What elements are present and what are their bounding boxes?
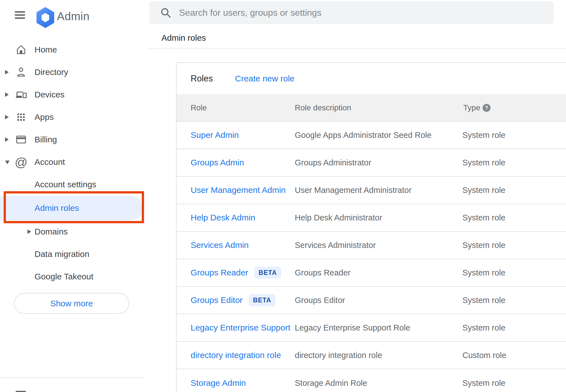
role-link[interactable]: Groups Reader xyxy=(191,268,248,277)
sidebar-item-data-migration[interactable]: Data migration xyxy=(0,243,143,265)
search-bar[interactable] xyxy=(149,1,554,24)
header-divider xyxy=(149,48,566,49)
role-cell: directory integration roleBETA xyxy=(191,350,281,360)
create-new-role-link[interactable]: Create new role xyxy=(235,74,295,83)
table-row: Super AdminBETAGoogle Apps Administrator… xyxy=(177,122,566,149)
roles-table-body: Super AdminBETAGoogle Apps Administrator… xyxy=(177,122,566,392)
sidebar-item-devices[interactable]: Devices xyxy=(0,83,143,106)
roles-card: Roles Create new role Role Role descript… xyxy=(176,62,566,392)
roles-card-header: Roles Create new role xyxy=(177,63,566,94)
table-column-header: Role Role description Type ? xyxy=(177,94,566,122)
breadcrumb: Admin roles xyxy=(161,33,206,43)
role-cell: Storage AdminBETA xyxy=(191,378,246,388)
role-cell: Help Desk AdminBETA xyxy=(191,213,255,222)
beta-badge: BETA xyxy=(249,294,275,306)
sidebar-item-directory[interactable]: Directory xyxy=(0,61,143,83)
table-row: Groups AdminBETAGroups AdministratorSyst… xyxy=(177,149,566,177)
role-link[interactable]: Groups Admin xyxy=(191,158,244,167)
sidebar-item-label: Google Takeout xyxy=(35,272,93,281)
role-link[interactable]: Services Admin xyxy=(191,240,249,250)
table-row: Help Desk AdminBETAHelp Desk Administrat… xyxy=(177,204,566,232)
role-type-cell: System role xyxy=(462,296,505,305)
sidebar-item-google-takeout[interactable]: Google Takeout xyxy=(0,265,143,288)
role-type-cell: System role xyxy=(462,268,505,277)
role-cell: User Management AdminBETA xyxy=(191,185,286,195)
logo-product-name: Admin xyxy=(57,10,90,23)
role-link[interactable]: Groups Editor xyxy=(191,295,243,305)
chevron-right-icon[interactable] xyxy=(5,70,9,74)
role-link[interactable]: User Management Admin xyxy=(191,185,286,195)
role-link[interactable]: Help Desk Admin xyxy=(191,213,255,222)
table-row: User Management AdminBETAUser Management… xyxy=(177,177,566,204)
apps-grid-icon xyxy=(15,111,28,124)
sidebar-item-label: Devices xyxy=(35,90,65,99)
role-link[interactable]: Storage Admin xyxy=(191,378,246,388)
sidebar-item-admin-roles[interactable]: Admin roles xyxy=(0,196,143,220)
sidebar-item-label: Domains xyxy=(35,227,68,236)
role-type-cell: System role xyxy=(462,323,505,332)
role-type-cell: Custom role xyxy=(462,351,506,360)
role-type-cell: System role xyxy=(462,379,505,388)
role-cell: Services AdminBETA xyxy=(191,240,249,250)
role-description-cell: Groups Editor xyxy=(295,296,345,305)
column-header-type: Type xyxy=(463,103,480,112)
table-row: Groups ReaderBETAGroups ReaderSystem rol… xyxy=(177,259,566,287)
sidebar-item-label: Account settings xyxy=(35,180,96,189)
role-link[interactable]: Legacy Enterprise Support xyxy=(191,323,290,332)
home-icon xyxy=(15,43,28,56)
sidebar-item-billing[interactable]: Billing xyxy=(0,128,143,151)
sidebar-item-label: Data migration xyxy=(35,249,89,259)
sidebar-item-label: Billing xyxy=(35,135,57,144)
column-header-description: Role description xyxy=(295,103,351,112)
role-cell: Groups AdminBETA xyxy=(191,158,244,167)
help-icon[interactable]: ? xyxy=(483,104,490,112)
chevron-right-icon[interactable] xyxy=(5,137,9,142)
sidebar-item-home[interactable]: Home xyxy=(0,38,143,61)
role-link[interactable]: directory integration role xyxy=(191,350,281,360)
chevron-down-icon[interactable] xyxy=(5,161,10,164)
role-link[interactable]: Super Admin xyxy=(191,130,239,140)
role-description-cell: Storage Admin Role xyxy=(295,379,367,388)
sidebar-bottom-divider xyxy=(0,377,143,378)
sidebar-item-apps[interactable]: Apps xyxy=(0,106,143,128)
role-type-cell: System role xyxy=(462,213,505,222)
chevron-right-icon[interactable] xyxy=(5,115,9,119)
role-cell: Super AdminBETA xyxy=(191,130,239,140)
role-description-cell: Legacy Enterprise Support Role xyxy=(295,323,410,332)
role-type-cell: System role xyxy=(462,186,505,195)
sidebar-item-domains[interactable]: Domains xyxy=(0,220,143,243)
admin-console-screen: Admin Admin roles HomeDirectoryDevicesAp… xyxy=(0,0,566,392)
role-description-cell: User Management Administrator xyxy=(295,186,412,195)
beta-badge: BETA xyxy=(254,267,281,279)
hamburger-menu-icon[interactable] xyxy=(15,11,25,19)
sidebar-item-label: Home xyxy=(35,45,57,54)
person-icon xyxy=(15,66,28,79)
sidebar-item-label: Admin roles xyxy=(35,203,79,213)
sidebar-item-account[interactable]: @Account xyxy=(0,151,143,173)
role-description-cell: directory integration role xyxy=(295,351,382,360)
role-cell: Legacy Enterprise SupportBETA xyxy=(191,323,290,332)
show-more-button[interactable]: Show more xyxy=(14,293,129,314)
roles-title: Roles xyxy=(191,74,213,84)
table-row: Storage AdminBETAStorage Admin RoleSyste… xyxy=(177,369,566,392)
sidebar-nav: HomeDirectoryDevicesAppsBilling@AccountA… xyxy=(0,38,143,288)
chevron-right-icon[interactable] xyxy=(28,229,31,234)
at-sign-icon: @ xyxy=(15,156,28,168)
table-row: Services AdminBETAServices Administrator… xyxy=(177,232,566,259)
role-type-cell: System role xyxy=(462,241,505,250)
table-row: Legacy Enterprise SupportBETALegacy Ente… xyxy=(177,314,566,342)
role-description-cell: Groups Reader xyxy=(295,268,350,277)
role-type-cell: System role xyxy=(462,131,505,140)
role-type-cell: System role xyxy=(462,158,505,167)
search-input[interactable] xyxy=(179,1,544,24)
google-admin-logo-icon xyxy=(36,7,54,28)
role-cell: Groups EditorBETA xyxy=(191,294,275,306)
sidebar-item-label: Directory xyxy=(35,67,68,77)
chevron-right-icon[interactable] xyxy=(5,92,9,97)
role-description-cell: Google Apps Administrator Seed Role xyxy=(295,131,432,140)
search-icon xyxy=(159,6,172,19)
sidebar-item-account-settings[interactable]: Account settings xyxy=(0,173,143,196)
role-cell: Groups ReaderBETA xyxy=(191,267,281,279)
role-description-cell: Help Desk Administrator xyxy=(295,213,382,222)
role-description-cell: Groups Administrator xyxy=(295,158,371,167)
